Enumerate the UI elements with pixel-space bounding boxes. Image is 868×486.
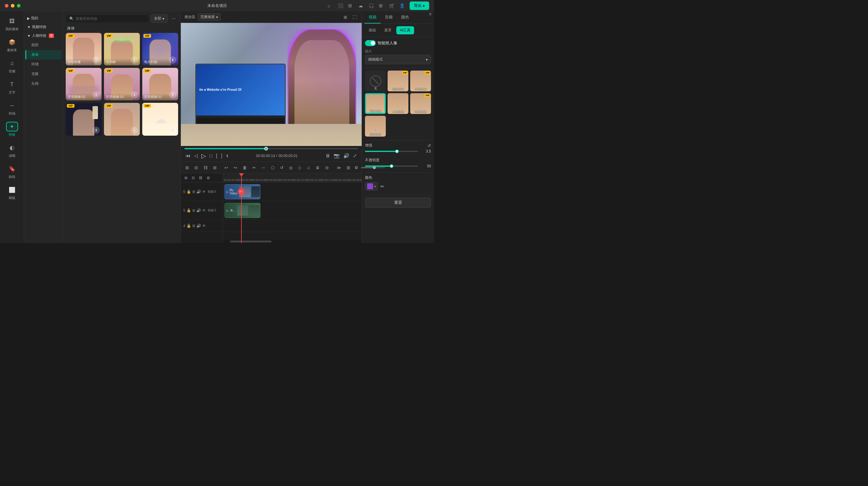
tl-delete-button[interactable]: 🗑 (241, 164, 248, 171)
video-effects-header[interactable]: ▼ 视频特效 (24, 23, 63, 31)
add-track-button[interactable]: ⊞ (183, 175, 189, 181)
sidebar-item-text[interactable]: T 文字 (0, 77, 24, 97)
compound-track-button[interactable]: ⊟ (190, 175, 196, 181)
tl-cut-button[interactable]: ✂ (251, 164, 257, 171)
timeline-scrollbar[interactable] (223, 240, 362, 243)
tl-minus-button[interactable]: ⊖ (324, 164, 330, 171)
monitor-button[interactable]: 🖥 (324, 152, 331, 160)
tl-shape-button[interactable]: ⬡ (270, 164, 276, 171)
minimize-button[interactable] (11, 4, 14, 7)
tl-circle-button[interactable]: ◎ (287, 164, 294, 171)
search-input[interactable] (76, 17, 145, 21)
cat-head-decor[interactable]: 头饰 (25, 79, 62, 88)
zoom-button[interactable]: ⤢ (352, 152, 358, 160)
eyedropper-icon[interactable]: ✏ (380, 184, 384, 189)
track-4-group-icon[interactable]: ⊞ (192, 224, 195, 228)
tab-video[interactable]: 视频 (364, 11, 381, 24)
eth-none[interactable]: 无 (365, 70, 386, 91)
opacity-slider-thumb[interactable] (390, 164, 393, 168)
eth-flash-outline[interactable]: VIP 闪烁描边 (410, 70, 431, 91)
enhance-reset-icon[interactable]: ↺ (427, 143, 431, 148)
track-4-lock-icon[interactable]: 🔓 (187, 224, 191, 228)
step-back-button[interactable]: ◁ (193, 152, 199, 160)
download-btn-light-dissolve[interactable]: ⬇ (131, 56, 138, 64)
effect-9[interactable]: ☁ VIP ⬇ (142, 103, 178, 135)
sidebar-item-filters[interactable]: ◐ 滤镜 (0, 141, 24, 160)
color-swatch-wrap[interactable]: ▾ (365, 182, 378, 190)
eth-dashed-outline[interactable]: ⬇ 虚线描边 (365, 116, 386, 136)
sidebar-item-my-materials[interactable]: 🖼 我的素材 (0, 14, 24, 34)
eth-wide-neon[interactable]: 宽虹描边 (365, 93, 386, 114)
headphone-icon[interactable]: 🎧 (369, 3, 374, 8)
export-button[interactable]: 导出 ▾ (410, 1, 429, 10)
tl-subtrack-button[interactable]: ⊞ (212, 164, 218, 171)
sidebar-item-effects[interactable]: ✦ 特效 (0, 119, 24, 139)
markers-button[interactable]: ⫮ (225, 152, 230, 160)
download-btn-auto-portrait[interactable]: ⬇ (93, 56, 100, 64)
sub-tab-ai-tools[interactable]: AI工具 (396, 26, 414, 34)
download-btn-9[interactable]: ⬇ (169, 127, 176, 134)
cloud-icon[interactable]: ☁ (358, 3, 364, 8)
effect-electric-scan[interactable]: VIP ⬇ 电光扫描 (142, 33, 178, 65)
effect-8[interactable]: VIP ⬇ (104, 103, 140, 135)
grid-view-button[interactable]: ⊞ (342, 13, 348, 21)
grid-icon[interactable]: ⊞ (379, 3, 384, 8)
progress-bar[interactable] (184, 146, 358, 150)
mode-select[interactable]: 精细模式 ▾ (365, 55, 431, 64)
download-btn-electric-scan[interactable]: ⬇ (169, 56, 176, 64)
cat-body[interactable]: 身体 (25, 50, 62, 59)
stop-button[interactable]: □ (208, 152, 214, 160)
sidebar-item-templates[interactable]: ⬜ 模板 (0, 183, 24, 203)
effect-auto-portrait[interactable]: VIP ⬇ 自动抠像 (66, 33, 101, 65)
reset-button[interactable]: 重置 (365, 198, 431, 208)
sidebar-item-transition[interactable]: ↔ 转场 (0, 98, 24, 118)
download-btn-8[interactable]: ⬇ (131, 127, 138, 134)
tl-split-view-button[interactable]: ⊞ (184, 164, 190, 171)
sidebar-item-material-library[interactable]: 📦 素材库 (0, 35, 24, 55)
effect-7[interactable]: VIP ⬇ (66, 103, 101, 135)
sub-tab-mask[interactable]: 遮罩 (381, 26, 395, 34)
sub-tab-basic[interactable]: 基础 (365, 26, 379, 34)
layout-icon[interactable]: ⊞ (348, 3, 353, 8)
tl-redo-button[interactable]: ↪ (232, 164, 239, 171)
eth-solid-outline[interactable]: VIP ⬇ 实线描边 (410, 93, 431, 114)
download-btn-7[interactable]: ⬇ (93, 127, 100, 134)
search-input-wrap[interactable]: 🔍 (66, 15, 148, 22)
search-icon[interactable]: ⌕ (328, 3, 333, 8)
tl-keyframe-button[interactable]: ◇ (297, 164, 303, 171)
monitor-icon[interactable]: ⬛ (338, 3, 343, 8)
sidebar-item-stickers[interactable]: 🔖 贴纸 (0, 161, 24, 182)
tab-audio[interactable]: 音频 (381, 11, 397, 24)
ruler-playhead[interactable] (241, 173, 242, 182)
tl-screen-button[interactable]: 🖥 (314, 164, 321, 171)
track-6-volume-icon[interactable]: 🔊 (196, 190, 201, 194)
tl-loop-button[interactable]: ↺ (278, 164, 285, 171)
effect-light-dissolve[interactable]: VIP ⬇ 光溶解 (104, 33, 140, 65)
effect-bg-blur-02[interactable]: VIP ⬇ 背景模糊 02 (66, 68, 101, 100)
close-button[interactable] (5, 4, 8, 7)
tl-settings-button[interactable]: ⚙ (353, 164, 360, 171)
progress-thumb[interactable] (264, 147, 268, 150)
sidebar-item-audio[interactable]: ♫ 音频 (0, 56, 24, 76)
bracket-in-button[interactable]: [ (215, 152, 218, 160)
quality-select[interactable]: 完整画质 ▾ (198, 13, 221, 21)
scrollbar-thumb[interactable] (230, 241, 272, 242)
track-6-group-icon[interactable]: ⊞ (192, 190, 195, 194)
track-4-eye-icon[interactable]: 👁 (202, 224, 206, 228)
opacity-slider-track[interactable] (365, 165, 418, 167)
filter-button[interactable]: 全部 ▾ (151, 14, 167, 23)
more-options-button[interactable]: ··· (170, 16, 178, 22)
snapshot-button[interactable]: 📷 (333, 152, 341, 160)
enhance-slider-thumb[interactable] (395, 150, 399, 153)
cat-clone[interactable]: 克隆 (25, 69, 62, 79)
track-5-eye-icon[interactable]: 👁 (202, 208, 206, 213)
chain-track-button[interactable]: ⛓ (198, 175, 204, 181)
enhance-slider-track[interactable] (365, 151, 418, 152)
my-category-header[interactable]: ▶ 我的 (24, 14, 63, 23)
volume-button[interactable]: 🔊 (342, 152, 350, 160)
maximize-button[interactable] (17, 4, 21, 7)
cat-surround[interactable]: 环绕 (25, 60, 62, 69)
track-6-lock-icon[interactable]: 🔓 (187, 190, 191, 194)
play-button[interactable]: ▷ (200, 151, 207, 161)
panel-more-icon[interactable]: ≡ (429, 11, 432, 24)
